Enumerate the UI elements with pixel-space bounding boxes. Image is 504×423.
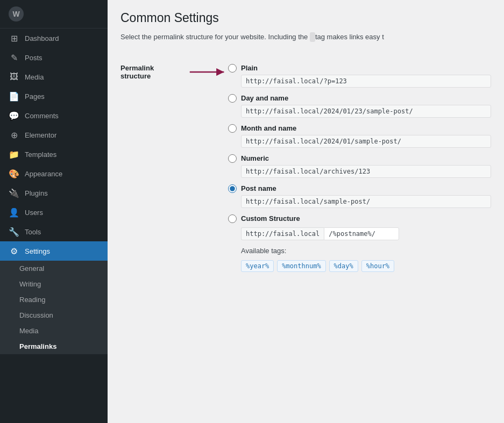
pages-icon: 📄 (9, 91, 19, 102)
tag-year[interactable]: %year% (241, 260, 274, 272)
submenu-item-writing[interactable]: Writing (0, 276, 108, 292)
tag-hour[interactable]: %hour% (361, 260, 394, 272)
sidebar-logo: W (0, 0, 108, 28)
option-post-name-url: http://faisal.local/sample-post/ (241, 195, 491, 208)
submenu-item-discussion[interactable]: Discussion (0, 307, 108, 323)
sidebar-item-elementor[interactable]: ⊕ Elementor (0, 125, 108, 145)
templates-icon: 📁 (9, 149, 19, 160)
sidebar-item-label: Elementor (25, 131, 56, 139)
available-tags-label: Available tags: (241, 247, 491, 255)
page-title: Common Settings (120, 11, 491, 25)
option-post-name-label[interactable]: Post name (241, 184, 276, 192)
sidebar-item-label: Dashboard (25, 34, 59, 42)
postname-tag (310, 32, 315, 42)
sidebar-item-label: Appearance (25, 170, 62, 178)
custom-structure-inputs: http://faisal.local (241, 227, 491, 240)
sidebar-item-settings[interactable]: ⚙ Settings (0, 241, 108, 261)
main-content: Common Settings Select the permalink str… (108, 0, 504, 423)
sidebar-item-dashboard[interactable]: ⊞ Dashboard (0, 28, 108, 48)
sidebar-item-label: Plugins (25, 189, 48, 197)
tools-icon: 🔧 (9, 226, 19, 237)
permalink-options: Plain http://faisal.local/?p=123 Day and… (228, 64, 491, 272)
sidebar-item-pages[interactable]: 📄 Pages (0, 87, 108, 106)
wordpress-logo: W (9, 6, 24, 21)
posts-icon: ✎ (9, 52, 19, 63)
option-day-name-url: http://faisal.local/2024/01/23/sample-po… (241, 105, 491, 118)
option-custom: Custom Structure http://faisal.local Ava… (228, 214, 491, 272)
option-month-name: Month and name http://faisal.local/2024/… (228, 124, 491, 148)
sidebar-item-label: Posts (25, 54, 42, 62)
users-icon: 👤 (9, 207, 19, 218)
sidebar-item-media[interactable]: 🖼 Media (0, 67, 108, 87)
sidebar-menu: ⊞ Dashboard ✎ Posts 🖼 Media 📄 Pages 💬 Co… (0, 28, 108, 423)
sidebar-item-label: Pages (25, 92, 45, 101)
intro-text: Select the permalink structure for your … (120, 32, 491, 42)
elementor-icon: ⊕ (9, 130, 19, 140)
sidebar-item-tools[interactable]: 🔧 Tools (0, 222, 108, 241)
radio-day-name[interactable] (228, 94, 237, 103)
custom-url-input[interactable] (324, 227, 399, 240)
radio-numeric[interactable] (228, 154, 237, 163)
submenu-item-general[interactable]: General (0, 261, 108, 276)
sidebar-item-label: Comments (25, 112, 59, 120)
sidebar-item-label: Media (25, 73, 44, 81)
submenu-item-media[interactable]: Media (0, 323, 108, 339)
option-post-name: Post name http://faisal.local/sample-pos… (228, 184, 491, 208)
available-tags: %year% %monthnum% %day% %hour% (241, 260, 491, 272)
sidebar-item-users[interactable]: 👤 Users (0, 203, 108, 222)
dashboard-icon: ⊞ (9, 33, 19, 44)
sidebar-item-label: Tools (25, 228, 41, 236)
settings-icon: ⚙ (9, 246, 19, 256)
radio-custom[interactable] (228, 214, 237, 223)
sidebar-item-plugins[interactable]: 🔌 Plugins (0, 183, 108, 203)
option-plain: Plain http://faisal.local/?p=123 (228, 64, 491, 88)
sidebar-item-posts[interactable]: ✎ Posts (0, 48, 108, 67)
comments-icon: 💬 (9, 110, 19, 121)
sidebar-item-appearance[interactable]: 🎨 Appearance (0, 164, 108, 183)
sidebar-item-label: Settings (25, 247, 50, 255)
option-month-name-url: http://faisal.local/2024/01/sample-post/ (241, 135, 491, 148)
option-day-name: Day and name http://faisal.local/2024/01… (228, 94, 491, 118)
radio-month-name[interactable] (228, 124, 237, 133)
tag-monthnum[interactable]: %monthnum% (277, 260, 325, 272)
sidebar-item-label: Templates (25, 150, 56, 159)
submenu-item-reading[interactable]: Reading (0, 292, 108, 307)
option-numeric-label[interactable]: Numeric (241, 154, 269, 162)
option-custom-label[interactable]: Custom Structure (241, 214, 300, 223)
permalink-structure-label: Permalink structure (120, 55, 228, 281)
media-icon: 🖼 (9, 71, 19, 82)
settings-submenu: General Writing Reading Discussion Media… (0, 261, 108, 354)
option-plain-url: http://faisal.local/?p=123 (241, 75, 491, 88)
radio-post-name[interactable] (228, 184, 237, 193)
option-numeric-url: http://faisal.local/archives/123 (241, 165, 491, 178)
sidebar-item-templates[interactable]: 📁 Templates (0, 145, 108, 164)
sidebar: W ⊞ Dashboard ✎ Posts 🖼 Media 📄 Pages 💬 … (0, 0, 108, 423)
permalink-structure-row: Permalink structure (120, 55, 491, 281)
option-numeric: Numeric http://faisal.local/archives/123 (228, 154, 491, 178)
option-plain-label[interactable]: Plain (241, 64, 258, 72)
appearance-icon: 🎨 (9, 168, 19, 179)
custom-url-prefix: http://faisal.local (241, 227, 324, 240)
sidebar-item-label: Users (25, 209, 43, 217)
tag-day[interactable]: %day% (329, 260, 358, 272)
option-day-name-label[interactable]: Day and name (241, 94, 288, 102)
permalink-options-cell: Plain http://faisal.local/?p=123 Day and… (228, 55, 491, 281)
sidebar-item-comments[interactable]: 💬 Comments (0, 106, 108, 125)
radio-plain[interactable] (228, 64, 237, 73)
submenu-item-permalinks[interactable]: Permalinks (0, 339, 108, 354)
permalink-form: Permalink structure (120, 55, 491, 281)
plugins-icon: 🔌 (9, 188, 19, 198)
option-month-name-label[interactable]: Month and name (241, 124, 296, 132)
permalink-arrow (187, 66, 228, 78)
